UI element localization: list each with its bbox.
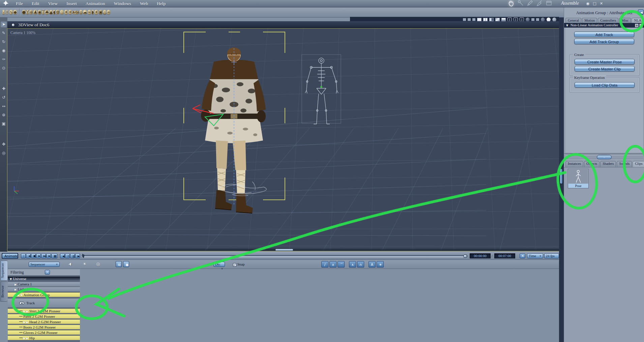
wave-icon[interactable]: ≈ bbox=[88, 10, 91, 14]
marquee-button[interactable]: ⧉ bbox=[116, 261, 122, 267]
cursor-icon[interactable]: ➤ bbox=[67, 261, 73, 267]
grid-small-icon[interactable] bbox=[472, 18, 475, 21]
tweener-linear[interactable]: / bbox=[321, 261, 328, 268]
save-icon[interactable]: ▤ bbox=[635, 24, 639, 27]
wrench-tool-icon[interactable] bbox=[517, 0, 524, 8]
hand-tool-icon[interactable]: ✳ bbox=[5, 10, 9, 14]
rotate-tool-icon[interactable]: ↺ bbox=[1, 95, 7, 100]
pen-tool-icon[interactable]: ✎ bbox=[1, 30, 7, 36]
menu-view[interactable]: View bbox=[44, 1, 62, 6]
play-button[interactable]: ▶ bbox=[36, 253, 41, 258]
menu-insert[interactable]: Insert bbox=[62, 1, 81, 6]
go-end-button[interactable]: ▶| bbox=[46, 253, 51, 258]
hscroll-thumb[interactable] bbox=[275, 249, 293, 251]
track-row-head-2-g2m-pioneer[interactable]: ▶ ▶Head 2 G2M Pioneer bbox=[8, 319, 80, 324]
tweener-discrete[interactable]: ∧ bbox=[329, 261, 336, 268]
zoom-tool-icon[interactable]: ◎ bbox=[1, 150, 7, 156]
browser-tab-shaders[interactable]: Shaders bbox=[600, 161, 616, 167]
pane-corner-icon[interactable] bbox=[501, 18, 506, 21]
clip-item-pose[interactable]: Pose bbox=[568, 169, 589, 188]
viewport-hscrollbar[interactable] bbox=[7, 249, 559, 251]
grid-small-icon[interactable] bbox=[463, 18, 466, 21]
bone-tool-icon[interactable]: ⑂ bbox=[2, 10, 5, 14]
expand-arrow-icon[interactable]: ▼ ▶ ▼ bbox=[14, 294, 23, 297]
menu-help[interactable]: Help bbox=[152, 1, 170, 6]
text-icon[interactable]: T bbox=[42, 10, 45, 14]
house-icon[interactable]: ⌂ bbox=[80, 10, 82, 14]
do-dropdown[interactable]: Do:» bbox=[213, 262, 225, 267]
particle-icon[interactable]: ✶ bbox=[64, 10, 68, 14]
link-icon[interactable]: ∞ bbox=[107, 10, 110, 14]
browser-tab-objects[interactable]: Objects bbox=[584, 161, 599, 167]
shell-icon[interactable]: ◗ bbox=[92, 10, 94, 14]
hand-tool-icon[interactable] bbox=[508, 0, 515, 8]
close-icon[interactable]: ✕ bbox=[599, 1, 604, 6]
back-arrow-button[interactable]: ◀ bbox=[638, 9, 644, 15]
pane-thirds-icon[interactable] bbox=[489, 18, 494, 21]
magnifier-icon[interactable]: ◎ bbox=[96, 261, 100, 267]
pane-quad-icon[interactable] bbox=[495, 18, 500, 21]
tweener-bounce[interactable]: ∩ bbox=[357, 261, 364, 268]
go-start-button[interactable]: |◀ bbox=[21, 253, 26, 258]
browser-tab-sounds[interactable]: Sounds bbox=[617, 161, 632, 167]
prev-key-button[interactable]: ◀ bbox=[60, 253, 65, 258]
pan-tool-icon[interactable]: ✥ bbox=[1, 142, 7, 147]
move-tool-icon[interactable]: ✚ bbox=[1, 86, 7, 92]
frame-button[interactable]: ▣ bbox=[123, 261, 129, 267]
time-mode-dropdown[interactable]: Time» bbox=[527, 253, 543, 258]
track-row-hip[interactable]: ▶ ▶Hip bbox=[8, 336, 80, 340]
snap-checkbox[interactable]: ✓ bbox=[233, 263, 236, 267]
animation-group-icon[interactable]: AGr bbox=[72, 11, 79, 14]
grid-small-icon[interactable] bbox=[468, 18, 471, 21]
rock-icon[interactable]: ◖ bbox=[53, 10, 55, 14]
track-row-camera-1[interactable]: ▶Camera 1 bbox=[8, 282, 80, 286]
track-row-animation-group[interactable]: ▼ ▶ ▼Animation Group bbox=[8, 292, 80, 297]
load-clip-data-button[interactable]: Load Clip Data bbox=[575, 82, 635, 88]
track-row-shirt-2-g2m-pioneer[interactable]: ▶ ▶Shirt 2 G2M Pioneer bbox=[8, 309, 80, 313]
flame-icon[interactable]: ♨ bbox=[60, 10, 64, 14]
cone-icon[interactable]: △ bbox=[103, 10, 106, 14]
sun-icon[interactable]: ☀ bbox=[83, 261, 87, 267]
tab-general[interactable]: General bbox=[565, 18, 581, 23]
panel-splitter[interactable]: – bbox=[564, 153, 644, 161]
sun-icon[interactable]: ☀ bbox=[94, 10, 98, 14]
time-scrubber[interactable] bbox=[82, 255, 466, 257]
box-tool-icon[interactable]: ▣ bbox=[1, 121, 7, 127]
create-master-pose-button[interactable]: Create Master Pose bbox=[575, 59, 635, 64]
magnet-icon[interactable]: ⊙ bbox=[1, 65, 7, 71]
track-row-track[interactable]: Track bbox=[8, 299, 80, 307]
wire-sphere-icon[interactable] bbox=[531, 18, 534, 21]
add-key-button[interactable]: ⚿ bbox=[65, 253, 70, 258]
side-tab-sequencer[interactable]: Sequencer bbox=[0, 260, 7, 281]
tab-nla[interactable]: NLA bbox=[632, 18, 644, 23]
expand-arrow-icon[interactable]: ▶ bbox=[14, 288, 17, 291]
paint-tool-icon[interactable]: ◆ bbox=[13, 10, 17, 14]
scrubber-end-knob[interactable] bbox=[463, 254, 467, 258]
tweener-oscillate[interactable]: ∧ bbox=[349, 261, 356, 268]
filtering-dropdown-button[interactable]: » bbox=[45, 270, 50, 275]
delete-key-button[interactable]: ▥ bbox=[70, 253, 75, 258]
viewport-canvas[interactable]: Camera 1 100% bbox=[7, 29, 559, 251]
pointer-tool-icon[interactable]: ➤ bbox=[1, 22, 7, 27]
collapse-triangle-icon[interactable]: ▼ bbox=[566, 24, 568, 27]
expand-arrow-icon[interactable]: ▶ ▶ bbox=[23, 337, 28, 340]
rewind-button[interactable]: ◀◀ bbox=[26, 253, 31, 258]
menu-file[interactable]: File bbox=[11, 1, 27, 6]
forward-button[interactable]: ▶▶ bbox=[41, 253, 46, 258]
nla-section-header[interactable]: ▼ Non-Linear Animation Controller ▤ ▢ bbox=[564, 23, 644, 28]
browser-tab-instances[interactable]: Instances bbox=[565, 161, 583, 167]
sequencer-mode-dropdown[interactable]: Sequencer» bbox=[29, 262, 60, 267]
tab-misc[interactable]: Misc bbox=[619, 18, 631, 23]
sphere-icon[interactable]: ● bbox=[22, 10, 26, 14]
current-time-field[interactable]: 00:00:00 bbox=[470, 253, 491, 258]
eyedropper-icon[interactable]: ✑ bbox=[1, 57, 7, 62]
cloud-icon[interactable]: ☁ bbox=[83, 10, 87, 14]
track-row-pants-2-g2m-pioneer[interactable]: Pants 2 G2M Pioneer bbox=[8, 314, 80, 318]
menu-windows[interactable]: Windows bbox=[109, 1, 135, 6]
next-key-button[interactable]: ▶ bbox=[75, 253, 80, 258]
expand-arrow-icon[interactable]: ▶ ▶ bbox=[23, 310, 28, 313]
pane-split-icon[interactable] bbox=[483, 18, 488, 21]
create-master-clip-button[interactable]: Create Master Clip bbox=[575, 66, 635, 71]
figure-icon[interactable]: ♟ bbox=[33, 10, 37, 14]
globe-icon[interactable]: ⊕ bbox=[29, 10, 33, 14]
